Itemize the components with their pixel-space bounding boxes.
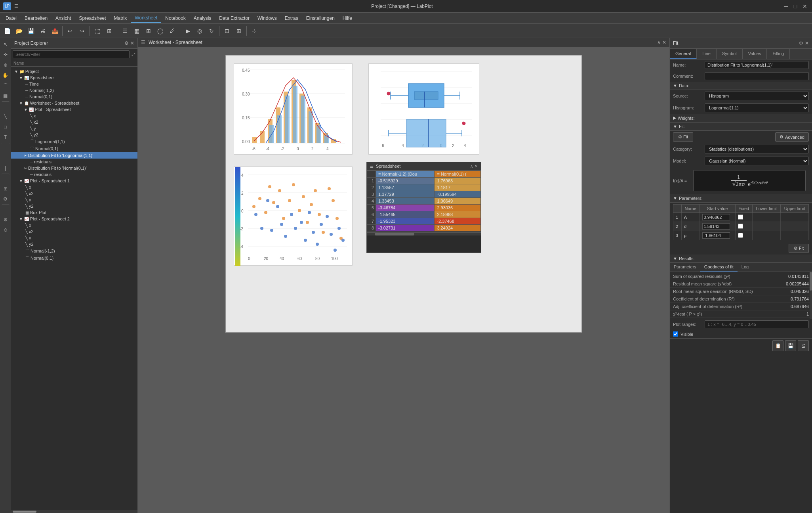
tb-select[interactable]: ⬚ bbox=[92, 25, 103, 36]
menu-notebook[interactable]: Notebook bbox=[161, 14, 189, 23]
tree-item-spreadsheet[interactable]: ▼ 📊 Spreadsheet bbox=[11, 75, 137, 81]
tree-item-normal12b[interactable]: ⌒ Normal(-1,2) bbox=[11, 247, 137, 255]
tree-item-y2b[interactable]: ╲ y2 bbox=[11, 203, 137, 209]
histogram-select[interactable]: Lognormal(1,1) bbox=[705, 103, 809, 112]
search-filter-icon[interactable]: ⇌ bbox=[131, 51, 136, 57]
tree-item-x1b[interactable]: ╲ x bbox=[11, 184, 137, 190]
fit-section-header[interactable]: ▼ Fit: bbox=[670, 123, 812, 131]
tab-values[interactable]: Values bbox=[743, 49, 767, 59]
results-tab-log[interactable]: Log bbox=[738, 263, 753, 272]
tree-item-fit-lognormal[interactable]: ✂ Distribution Fit to 'Lognormal(1,1)' bbox=[11, 152, 137, 159]
pe-close-icon[interactable]: ✕ bbox=[130, 40, 134, 46]
close-button[interactable]: ✕ bbox=[801, 2, 809, 10]
lt-rect[interactable]: □ bbox=[1, 122, 10, 132]
worksheet-content[interactable]: 0.45 0.30 0.15 0.00 -6 -4 -2 0 2 4 bbox=[138, 47, 669, 513]
tree-item-boxplot[interactable]: ▦ Box Plot bbox=[11, 209, 137, 216]
tab-line[interactable]: Line bbox=[697, 49, 717, 59]
results-tab-params[interactable]: Parameters bbox=[670, 263, 700, 272]
worksheet-close-icon[interactable]: ✕ bbox=[662, 40, 666, 45]
menu-ansicht[interactable]: Ansicht bbox=[51, 14, 75, 23]
menu-datei[interactable]: Datei bbox=[2, 14, 21, 23]
tb-open[interactable]: 📂 bbox=[13, 25, 25, 36]
plot-ranges-input[interactable] bbox=[705, 320, 809, 328]
export-print-btn[interactable]: 🖨 bbox=[798, 340, 809, 351]
tb-print[interactable]: 🖨 bbox=[37, 25, 48, 36]
tb-tool3[interactable]: ⊞ bbox=[143, 25, 154, 36]
menu-windows[interactable]: Windows bbox=[254, 14, 281, 23]
tb-zoom-in[interactable]: ⊞ bbox=[104, 25, 115, 36]
tree-item-fit-normal[interactable]: ✂ Distribution Fit to 'Normal(0,1)' bbox=[11, 165, 137, 171]
fit-execute-button[interactable]: ⚙ Fit bbox=[673, 132, 693, 142]
lt-collapse[interactable]: ⊖ bbox=[1, 225, 10, 235]
comment-input[interactable] bbox=[705, 72, 809, 80]
export-save-btn[interactable]: 💾 bbox=[785, 340, 796, 351]
worksheet-collapse-icon[interactable]: ∧ bbox=[657, 40, 661, 45]
sp-close-icon[interactable]: ✕ bbox=[475, 164, 478, 168]
tb-undo[interactable]: ↩ bbox=[65, 25, 76, 36]
weights-section-header[interactable]: ▶ Weights: bbox=[670, 114, 812, 123]
source-select[interactable]: Histogram bbox=[705, 92, 809, 100]
tree-item-x1c[interactable]: ╲ x bbox=[11, 222, 137, 228]
pe-settings-icon[interactable]: ⚙ bbox=[124, 40, 129, 46]
sp-collapse-icon[interactable]: ∧ bbox=[470, 164, 473, 168]
export-copy-btn[interactable]: 📋 bbox=[772, 340, 783, 351]
tree-item-x2c[interactable]: ╲ x2 bbox=[11, 228, 137, 235]
lt-histogram[interactable]: ▦ bbox=[1, 91, 10, 101]
tree-item-x1[interactable]: ╲ x bbox=[11, 113, 137, 119]
lt-text[interactable]: T bbox=[1, 132, 10, 142]
tab-general[interactable]: General bbox=[670, 49, 697, 59]
tree-item-x2b[interactable]: ╲ x2 bbox=[11, 190, 137, 197]
fit-settings-icon[interactable]: ⚙ bbox=[799, 40, 803, 46]
tb-zoom-fit[interactable]: ⊡ bbox=[221, 25, 233, 36]
lt-expand[interactable]: ⊕ bbox=[1, 215, 10, 224]
tree-item-x2a[interactable]: ╲ x2 bbox=[11, 119, 137, 125]
menu-data-extractor[interactable]: Data Extractor bbox=[215, 14, 254, 23]
lt-zoom[interactable]: ⊕ bbox=[1, 60, 10, 70]
advanced-button[interactable]: ⚙ Advanced bbox=[775, 132, 809, 142]
param-A-fixed[interactable] bbox=[735, 213, 752, 222]
tree-item-project[interactable]: ▼ 📁 Project bbox=[11, 68, 137, 75]
tree-item-normal01c[interactable]: ⌒ Normal(0,1) bbox=[11, 255, 137, 262]
tab-symbol[interactable]: Symbol bbox=[717, 49, 743, 59]
param-sigma-value[interactable] bbox=[700, 222, 735, 231]
tree-item-y1[interactable]: ╲ y bbox=[11, 125, 137, 132]
tree-item-time[interactable]: ─ Time bbox=[11, 81, 137, 87]
category-select[interactable]: Statistics (distributions) bbox=[705, 145, 809, 153]
tb-export[interactable]: 📤 bbox=[49, 25, 60, 36]
search-input[interactable] bbox=[13, 50, 130, 58]
tree-item-y1c[interactable]: ╲ y bbox=[11, 235, 137, 241]
menu-matrix[interactable]: Matrix bbox=[110, 14, 131, 23]
menu-hilfe[interactable]: Hilfe bbox=[339, 14, 356, 23]
tb-cursor[interactable]: ⊹ bbox=[249, 25, 260, 36]
fit-bottom-button[interactable]: ⚙ Fit bbox=[789, 244, 809, 253]
tree-item-y1b[interactable]: ╲ y bbox=[11, 197, 137, 203]
model-select[interactable]: Gaussian (Normal) bbox=[705, 157, 809, 165]
minimize-button[interactable]: ─ bbox=[782, 2, 790, 10]
menu-bearbeiten[interactable]: Bearbeiten bbox=[21, 14, 51, 23]
tb-play[interactable]: ▶ bbox=[182, 25, 193, 36]
menu-einstellungen[interactable]: Einstellungen bbox=[302, 14, 339, 23]
results-scrollbar[interactable] bbox=[810, 272, 812, 319]
name-input[interactable] bbox=[705, 61, 809, 69]
visible-checkbox[interactable] bbox=[673, 331, 678, 337]
tree-item-y2a[interactable]: ╲ y2 bbox=[11, 132, 137, 138]
menu-analysis[interactable]: Analysis bbox=[190, 14, 215, 23]
params-section-header[interactable]: ▼ Parameters: bbox=[670, 194, 812, 203]
results-section-header[interactable]: ▼ Results: bbox=[670, 255, 812, 263]
tree-item-residuals2[interactable]: ─ residuals bbox=[11, 171, 137, 178]
tb-tool7[interactable]: ◎ bbox=[194, 25, 205, 36]
spreadsheet-popup[interactable]: ☰ Spreadsheet ∧ ✕ bbox=[366, 162, 481, 253]
menu-extras[interactable]: Extras bbox=[281, 14, 302, 23]
results-tab-goodness[interactable]: Goodness of fit bbox=[700, 263, 738, 272]
sp-popup-content[interactable]: ≡ Normal(-1,2) (Dou ≡ Normal(0,1) ( 1 -0… bbox=[367, 170, 481, 250]
menu-spreadsheet[interactable]: Spreadsheet bbox=[75, 14, 110, 23]
tree-item-plot-spreadsheet[interactable]: ▼ 📈 Plot - Spreadsheet bbox=[11, 106, 137, 113]
lt-axis-x[interactable]: — bbox=[1, 153, 10, 163]
menu-worksheet[interactable]: Worksheet bbox=[131, 13, 161, 23]
lt-pan[interactable]: ✋ bbox=[1, 71, 10, 80]
lt-select[interactable]: ↖ bbox=[1, 40, 10, 49]
tree-item-plot-sp1[interactable]: ▼ 📈 Plot - Spreadsheet 1 bbox=[11, 178, 137, 184]
fit-close-icon[interactable]: ✕ bbox=[805, 40, 809, 46]
param-mu-fixed[interactable] bbox=[735, 231, 752, 240]
data-section-header[interactable]: ▼ Data: bbox=[670, 82, 812, 90]
